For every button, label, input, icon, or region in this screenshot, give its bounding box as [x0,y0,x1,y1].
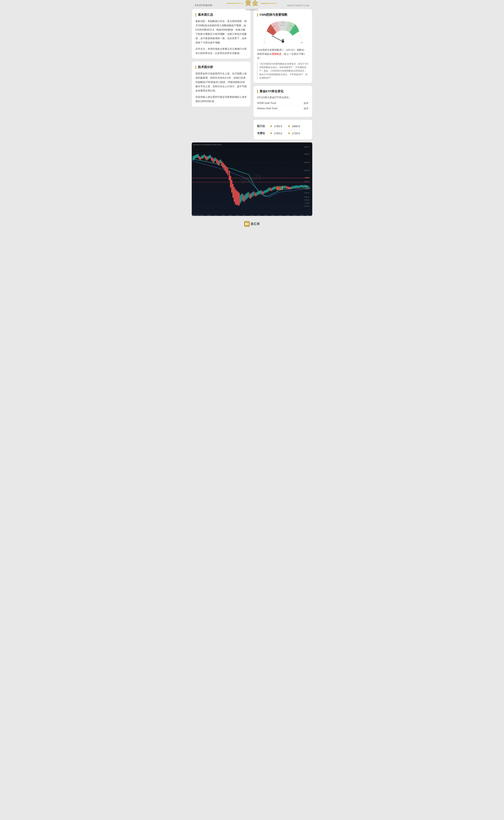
svg-text:100: 100 [300,42,303,43]
sr-resistance-val1: 1780.0 [274,125,286,128]
svg-text:30 May: 30 May [207,215,211,216]
title-bar-cnn [257,13,258,17]
svg-text:1823.90: 1823.90 [304,170,309,171]
etf-list: 8月1日两大黄金ETF持仓变化： SPDR Gold Trust: 持平 Ish… [257,96,309,111]
sr-box: 阻力位 1780.0 1800.0 支撑位 1750.0 1720.0 [253,120,312,139]
svg-text:1882.76: 1882.76 [304,146,309,148]
cnn-title: CNN恐惧与贪婪指数 [257,13,309,17]
technical-title: 技术面分析 [195,65,247,69]
etf-row-spdr: SPDR Gold Trust: 持平 [257,101,309,106]
svg-text:23 May: 23 May [200,215,204,216]
svg-text:13 Jun: 13 Jun [221,215,225,216]
gold-line-left [227,3,243,4]
col-left: 基本面汇总 最新消息：美国数据公布后，美元维持弱势，因月ISM制造业采购经理人指… [192,9,251,139]
svg-text:5 Sep: 5 Sep [306,215,309,216]
etf-spdr-name: SPDR Gold Trust: [257,102,276,105]
header-date: 8月2日市场分析 [195,4,212,7]
chart-section: 1882.76 1858.20 1833.58 1823.90 1805.0 1… [192,142,312,216]
svg-text:16 Aug: 16 Aug [286,215,289,216]
etf-spdr-status: 持平 [304,102,309,105]
sr-support-val2: 1720.0 [292,132,304,135]
svg-text:1858.20: 1858.20 [304,153,309,155]
sr-resistance-label: 阻力位 [257,124,268,128]
svg-text:1712.50: 1712.50 [304,206,309,207]
page: 8月2日市场分析 黄金 （XAUUSD） WWW.THEBCR.COM 基本面汇… [189,0,315,229]
svg-text:1833.58: 1833.58 [304,161,309,163]
header-main-title: 黄金 [245,0,259,8]
svg-text:19 Jul: 19 Jul [257,215,260,216]
svg-text:5 Jul: 5 Jul [243,215,245,216]
sr-support-val1: 1750.0 [274,132,286,135]
svg-text:15 May 2022: 15 May 2022 [193,215,199,216]
svg-text:1756.30: 1756.30 [304,199,309,201]
svg-text:28 Jun: 28 Jun [236,215,239,216]
gauge-container: 0 25 50 75 100 EXTREME FEAR FEAR NEU [257,19,309,46]
svg-text:0: 0 [264,42,265,43]
fear-greed-gauge: 0 25 50 75 100 EXTREME FEAR FEAR NEU [261,19,305,46]
sr-dot-4 [288,132,290,134]
svg-rect-379 [247,224,249,225]
footer-bcr-text: BCR [251,222,260,226]
svg-text:29 Aug: 29 Aug [300,215,303,216]
svg-text:26 Jul: 26 Jul [264,215,267,216]
etf-date: 8月1日两大黄金ETF持仓变化： [257,96,309,99]
sr-support-row: 支撑位 1750.0 1720.0 [257,130,309,137]
header-title-block: 黄金 （XAUUSD） [227,0,277,12]
fundamental-card: 基本面汇总 最新消息：美国数据公布后，美元维持弱势，因月ISM制造业采购经理人指… [192,9,251,59]
svg-text:20 Jun: 20 Jun [229,215,232,216]
header-subtitle: （XAUUSD） [227,8,277,12]
sr-dot-3 [270,132,272,134]
sr-support-label: 支撑位 [257,131,268,135]
bcr-logo-icon [245,222,249,226]
svg-rect-378 [247,223,249,224]
svg-text:75: 75 [295,29,297,30]
svg-text:1730.0: 1730.0 [305,202,309,204]
cnn-description: CNN恐惧与贪婪指数周二（8月2日）读数40，表明市场处在恐惧状态，较上一交易日… [257,48,309,60]
etf-ishares-status: 持平 [304,107,309,110]
svg-text:9 Aug: 9 Aug [278,215,281,216]
technical-body: 现货黄金昨日连续第四天从上涨，在日线图上保持积极基调。然而目光转向4小时，价格已… [195,71,247,103]
header: 8月2日市场分析 黄金 （XAUUSD） WWW.THEBCR.COM [189,0,315,9]
sr-dot-2 [288,125,290,127]
header-gold-line: 黄金 [227,0,277,8]
header-website: WWW.THEBCR.COM [287,4,309,7]
svg-rect-377 [245,223,247,225]
chart-svg: 1882.76 1858.20 1833.58 1823.90 1805.0 1… [192,142,312,216]
svg-text:25: 25 [269,29,271,30]
etf-title: 黄金ETF持仓变化 [257,89,309,93]
fundamental-title: 基本面汇总 [195,13,247,17]
svg-text:12 Jul: 12 Jul [250,215,253,216]
svg-text:1761.15: 1761.15 [304,196,309,198]
svg-text:2 Aug: 2 Aug [271,215,274,216]
footer: BCR [189,219,315,229]
title-bar-etf [257,90,258,93]
bcr-icon [244,221,250,227]
svg-text:23 Aug: 23 Aug [293,215,296,216]
cnn-quote: "当CNN恐惧与贪婪指数处在贪婪状态，相当于VIX恐慌指数处在低位，利好风险资产… [257,62,309,80]
cnn-card: CNN恐惧与贪婪指数 [253,9,312,83]
gold-line-right [261,3,277,4]
svg-text:XAU/USD 4H  1772.28  5768.42  : XAU/USD 4H 1772.28 5768.42 1778.30 1775.… [193,144,221,145]
footer-logo: BCR [244,221,260,227]
etf-ishares-name: Ishares Gold Trust: [257,107,278,110]
etf-card: 黄金ETF持仓变化 8月1日两大黄金ETF持仓变化： SPDR Gold Tru… [253,86,312,117]
title-bar-technical [195,65,196,69]
svg-text:NEUTRAL: NEUTRAL [280,25,286,26]
svg-text:40: 40 [282,38,284,41]
two-column-layout: 基本面汇总 最新消息：美国数据公布后，美元维持弱势，因月ISM制造业采购经理人指… [189,9,315,142]
fundamental-body: 最新消息：美国数据公布后，美元维持弱势，因月ISM制造业采购经理人指数跌幅低于预… [195,19,247,55]
chart-area: 1882.76 1858.20 1833.58 1823.90 1805.0 1… [192,142,312,216]
sr-resistance-val2: 1800.0 [292,125,304,128]
svg-text:50: 50 [282,22,284,23]
svg-text:6 Jun: 6 Jun [214,215,217,216]
sr-dot-1 [270,125,272,127]
title-bar-fundamental [195,13,196,17]
svg-text:1770.70: 1770.70 [304,192,309,193]
col-right: CNN恐惧与贪婪指数 [253,9,312,139]
sr-resistance-row: 阻力位 1780.0 1800.0 [257,123,309,130]
etf-row-ishares: Ishares Gold Trust: 持平 [257,106,309,111]
technical-card: 技术面分析 现货黄金昨日连续第四天从上涨，在日线图上保持积极基调。然而目光转向4… [192,61,251,107]
